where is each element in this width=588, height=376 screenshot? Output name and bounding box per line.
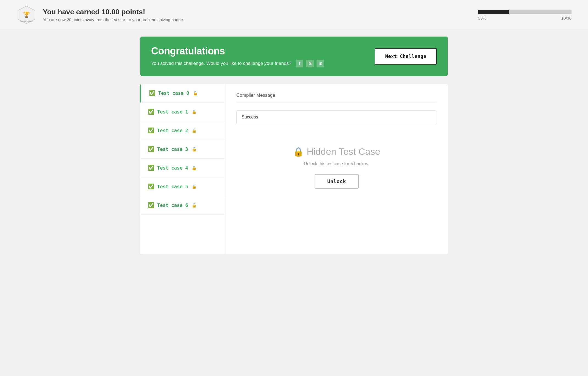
svg-text:🏆: 🏆 <box>23 11 30 18</box>
test-case-item-1[interactable]: ✅ Test case 1 🔒 <box>140 103 225 121</box>
congrats-left: Congratulations You solved this challeng… <box>151 45 324 67</box>
next-challenge-button[interactable]: Next Challenge <box>375 48 437 65</box>
lock-icon-0: 🔒 <box>193 91 198 96</box>
lock-icon-large: 🔒 <box>293 146 304 157</box>
main-container: Congratulations You solved this challeng… <box>135 30 453 261</box>
svg-text:Problem Solving: Problem Solving <box>20 21 32 22</box>
facebook-icon[interactable]: f <box>296 60 303 67</box>
main-panel: Compiler Message Success 🔒 Hidden Test C… <box>225 84 448 254</box>
check-icon-5: ✅ <box>148 183 154 190</box>
lock-icon-6: 🔒 <box>192 203 197 208</box>
top-bar: 🏆 Problem Solving You have earned 10.00 … <box>0 0 588 30</box>
lock-icon-4: 🔒 <box>192 165 197 170</box>
compiler-message-label: Compiler Message <box>236 93 437 98</box>
badge-text: You have earned 10.00 points! You are no… <box>43 8 471 22</box>
test-case-label-2: Test case 2 <box>157 128 188 133</box>
test-case-label-6: Test case 6 <box>157 203 188 208</box>
test-case-label-0: Test case 0 <box>158 90 189 96</box>
congrats-banner: Congratulations You solved this challeng… <box>140 37 448 76</box>
check-icon-6: ✅ <box>148 202 154 208</box>
content-area: ✅ Test case 0 🔒 ✅ Test case 1 🔒 ✅ Test c… <box>140 84 448 254</box>
check-icon-0: ✅ <box>149 90 156 96</box>
social-icons: f 𝕏 in <box>296 60 324 67</box>
progress-bar-container <box>478 10 572 14</box>
check-icon-2: ✅ <box>148 127 154 134</box>
test-case-label-1: Test case 1 <box>157 109 188 115</box>
test-case-item-3[interactable]: ✅ Test case 3 🔒 <box>140 140 225 159</box>
test-case-item-2[interactable]: ✅ Test case 2 🔒 <box>140 121 225 140</box>
badge-hexagon: 🏆 Problem Solving <box>16 5 36 25</box>
unlock-button[interactable]: Unlock <box>315 174 359 189</box>
test-case-label-4: Test case 4 <box>157 165 188 171</box>
test-case-label-5: Test case 5 <box>157 184 188 189</box>
sidebar: ✅ Test case 0 🔒 ✅ Test case 1 🔒 ✅ Test c… <box>140 84 225 254</box>
progress-bar-fill <box>478 10 509 14</box>
hidden-test-case-area: 🔒 Hidden Test Case Unlock this testcase … <box>236 135 437 200</box>
lock-icon-3: 🔒 <box>192 147 197 152</box>
progress-count: 10/30 <box>561 16 572 20</box>
lock-icon-1: 🔒 <box>192 109 197 114</box>
test-case-item-5[interactable]: ✅ Test case 5 🔒 <box>140 177 225 196</box>
earned-title: You have earned 10.00 points! <box>43 8 471 16</box>
lock-icon-5: 🔒 <box>192 184 197 189</box>
divider <box>236 103 437 103</box>
congrats-title: Congratulations <box>151 45 324 57</box>
lock-icon-2: 🔒 <box>192 128 197 133</box>
hidden-title: 🔒 Hidden Test Case <box>293 146 380 157</box>
test-case-item-6[interactable]: ✅ Test case 6 🔒 <box>140 196 225 215</box>
check-icon-1: ✅ <box>148 109 154 115</box>
earned-subtitle: You are now 20 points away from the 1st … <box>43 17 471 22</box>
unlock-subtitle: Unlock this testcase for 5 hackos. <box>304 161 369 166</box>
test-case-label-3: Test case 3 <box>157 146 188 152</box>
linkedin-icon[interactable]: in <box>317 60 324 67</box>
test-case-item-4[interactable]: ✅ Test case 4 🔒 <box>140 159 225 177</box>
compiler-message-box: Success <box>236 110 437 124</box>
progress-percent: 33% <box>478 16 486 20</box>
congrats-subtitle: You solved this challenge. Would you lik… <box>151 60 324 67</box>
check-icon-3: ✅ <box>148 146 154 152</box>
check-icon-4: ✅ <box>148 165 154 171</box>
test-case-item-0[interactable]: ✅ Test case 0 🔒 <box>140 84 225 103</box>
twitter-icon[interactable]: 𝕏 <box>306 60 314 67</box>
progress-labels: 33% 10/30 <box>478 16 572 20</box>
progress-area: 33% 10/30 <box>478 10 572 20</box>
